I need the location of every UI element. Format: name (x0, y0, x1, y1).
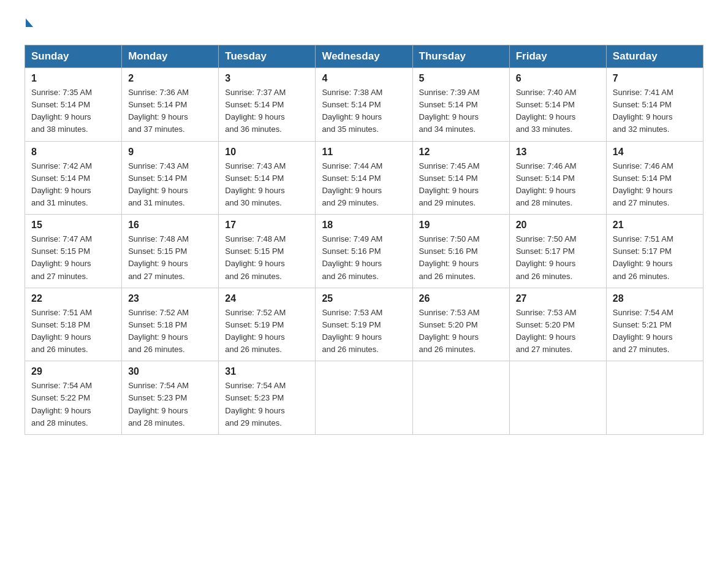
day-number: 4 (322, 73, 406, 84)
calendar-cell: 14Sunrise: 7:46 AMSunset: 5:14 PMDayligh… (606, 141, 703, 215)
day-number: 11 (322, 147, 406, 158)
calendar-cell: 5Sunrise: 7:39 AMSunset: 5:14 PMDaylight… (412, 68, 509, 142)
day-number: 30 (128, 366, 212, 377)
calendar-cell: 16Sunrise: 7:48 AMSunset: 5:15 PMDayligh… (122, 215, 219, 288)
calendar-cell: 29Sunrise: 7:54 AMSunset: 5:22 PMDayligh… (25, 361, 122, 435)
day-number: 14 (613, 147, 697, 158)
calendar-cell (509, 361, 606, 435)
day-info: Sunrise: 7:38 AMSunset: 5:14 PMDaylight:… (322, 86, 406, 136)
day-info: Sunrise: 7:45 AMSunset: 5:14 PMDaylight:… (419, 160, 503, 210)
calendar-cell: 3Sunrise: 7:37 AMSunset: 5:14 PMDaylight… (219, 68, 316, 142)
calendar-cell: 31Sunrise: 7:54 AMSunset: 5:23 PMDayligh… (219, 361, 316, 435)
day-info: Sunrise: 7:41 AMSunset: 5:14 PMDaylight:… (613, 86, 697, 136)
day-info: Sunrise: 7:54 AMSunset: 5:23 PMDaylight:… (225, 380, 309, 429)
calendar-cell: 6Sunrise: 7:40 AMSunset: 5:14 PMDaylight… (509, 68, 606, 142)
day-info: Sunrise: 7:35 AMSunset: 5:14 PMDaylight:… (31, 86, 115, 136)
calendar-header-row: SundayMondayTuesdayWednesdayThursdayFrid… (25, 45, 703, 68)
day-info: Sunrise: 7:43 AMSunset: 5:14 PMDaylight:… (225, 160, 309, 210)
day-number: 12 (419, 147, 503, 158)
day-info: Sunrise: 7:44 AMSunset: 5:14 PMDaylight:… (322, 160, 406, 210)
logo (25, 18, 33, 33)
calendar-cell: 27Sunrise: 7:53 AMSunset: 5:20 PMDayligh… (509, 288, 606, 361)
calendar-cell: 24Sunrise: 7:52 AMSunset: 5:19 PMDayligh… (219, 288, 316, 361)
calendar-week-row: 1Sunrise: 7:35 AMSunset: 5:14 PMDaylight… (25, 68, 703, 142)
day-info: Sunrise: 7:47 AMSunset: 5:15 PMDaylight:… (31, 233, 115, 283)
day-info: Sunrise: 7:40 AMSunset: 5:14 PMDaylight:… (516, 86, 600, 136)
page-header (25, 18, 703, 33)
day-info: Sunrise: 7:54 AMSunset: 5:22 PMDaylight:… (31, 380, 115, 429)
day-number: 9 (128, 147, 212, 158)
day-number: 19 (419, 220, 503, 231)
calendar-cell: 11Sunrise: 7:44 AMSunset: 5:14 PMDayligh… (316, 141, 412, 215)
calendar-cell: 18Sunrise: 7:49 AMSunset: 5:16 PMDayligh… (316, 215, 412, 288)
day-info: Sunrise: 7:48 AMSunset: 5:15 PMDaylight:… (128, 233, 212, 283)
day-number: 29 (31, 366, 115, 377)
day-number: 22 (31, 293, 115, 304)
day-number: 3 (225, 73, 309, 84)
calendar-header-saturday: Saturday (606, 45, 703, 68)
calendar-cell: 2Sunrise: 7:36 AMSunset: 5:14 PMDaylight… (122, 68, 219, 142)
calendar-week-row: 8Sunrise: 7:42 AMSunset: 5:14 PMDaylight… (25, 141, 703, 215)
day-number: 6 (516, 73, 600, 84)
day-info: Sunrise: 7:52 AMSunset: 5:19 PMDaylight:… (225, 307, 309, 356)
day-number: 26 (419, 293, 503, 304)
day-number: 2 (128, 73, 212, 84)
logo-arrow-icon (26, 18, 33, 27)
calendar-cell: 13Sunrise: 7:46 AMSunset: 5:14 PMDayligh… (509, 141, 606, 215)
calendar-cell: 30Sunrise: 7:54 AMSunset: 5:23 PMDayligh… (122, 361, 219, 435)
day-info: Sunrise: 7:36 AMSunset: 5:14 PMDaylight:… (128, 86, 212, 136)
day-info: Sunrise: 7:53 AMSunset: 5:19 PMDaylight:… (322, 307, 406, 356)
calendar-cell: 17Sunrise: 7:48 AMSunset: 5:15 PMDayligh… (219, 215, 316, 288)
calendar-cell: 8Sunrise: 7:42 AMSunset: 5:14 PMDaylight… (25, 141, 122, 215)
day-number: 7 (613, 73, 697, 84)
day-info: Sunrise: 7:39 AMSunset: 5:14 PMDaylight:… (419, 86, 503, 136)
calendar-cell (316, 361, 412, 435)
calendar-cell: 9Sunrise: 7:43 AMSunset: 5:14 PMDaylight… (122, 141, 219, 215)
day-info: Sunrise: 7:52 AMSunset: 5:18 PMDaylight:… (128, 307, 212, 356)
day-number: 20 (516, 220, 600, 231)
calendar-cell: 19Sunrise: 7:50 AMSunset: 5:16 PMDayligh… (412, 215, 509, 288)
day-number: 28 (613, 293, 697, 304)
day-info: Sunrise: 7:46 AMSunset: 5:14 PMDaylight:… (613, 160, 697, 210)
day-info: Sunrise: 7:51 AMSunset: 5:17 PMDaylight:… (613, 233, 697, 283)
calendar-header-tuesday: Tuesday (219, 45, 316, 68)
calendar-cell: 1Sunrise: 7:35 AMSunset: 5:14 PMDaylight… (25, 68, 122, 142)
day-info: Sunrise: 7:53 AMSunset: 5:20 PMDaylight:… (516, 307, 600, 356)
day-number: 31 (225, 366, 309, 377)
calendar-cell: 10Sunrise: 7:43 AMSunset: 5:14 PMDayligh… (219, 141, 316, 215)
calendar-header-thursday: Thursday (412, 45, 509, 68)
calendar-cell: 7Sunrise: 7:41 AMSunset: 5:14 PMDaylight… (606, 68, 703, 142)
calendar-cell: 23Sunrise: 7:52 AMSunset: 5:18 PMDayligh… (122, 288, 219, 361)
day-info: Sunrise: 7:37 AMSunset: 5:14 PMDaylight:… (225, 86, 309, 136)
day-number: 5 (419, 73, 503, 84)
calendar-cell: 26Sunrise: 7:53 AMSunset: 5:20 PMDayligh… (412, 288, 509, 361)
day-number: 15 (31, 220, 115, 231)
day-number: 17 (225, 220, 309, 231)
calendar-cell (606, 361, 703, 435)
calendar-week-row: 22Sunrise: 7:51 AMSunset: 5:18 PMDayligh… (25, 288, 703, 361)
day-number: 24 (225, 293, 309, 304)
day-number: 18 (322, 220, 406, 231)
day-number: 27 (516, 293, 600, 304)
calendar-cell: 22Sunrise: 7:51 AMSunset: 5:18 PMDayligh… (25, 288, 122, 361)
calendar-cell: 28Sunrise: 7:54 AMSunset: 5:21 PMDayligh… (606, 288, 703, 361)
calendar-week-row: 29Sunrise: 7:54 AMSunset: 5:22 PMDayligh… (25, 361, 703, 435)
day-info: Sunrise: 7:46 AMSunset: 5:14 PMDaylight:… (516, 160, 600, 210)
day-info: Sunrise: 7:43 AMSunset: 5:14 PMDaylight:… (128, 160, 212, 210)
calendar-cell: 4Sunrise: 7:38 AMSunset: 5:14 PMDaylight… (316, 68, 412, 142)
day-number: 1 (31, 73, 115, 84)
day-number: 25 (322, 293, 406, 304)
calendar-cell: 20Sunrise: 7:50 AMSunset: 5:17 PMDayligh… (509, 215, 606, 288)
calendar-cell (412, 361, 509, 435)
day-number: 13 (516, 147, 600, 158)
calendar-table: SundayMondayTuesdayWednesdayThursdayFrid… (25, 45, 703, 435)
day-info: Sunrise: 7:48 AMSunset: 5:15 PMDaylight:… (225, 233, 309, 283)
calendar-week-row: 15Sunrise: 7:47 AMSunset: 5:15 PMDayligh… (25, 215, 703, 288)
day-number: 10 (225, 147, 309, 158)
day-info: Sunrise: 7:51 AMSunset: 5:18 PMDaylight:… (31, 307, 115, 356)
day-info: Sunrise: 7:54 AMSunset: 5:23 PMDaylight:… (128, 380, 212, 429)
day-info: Sunrise: 7:50 AMSunset: 5:16 PMDaylight:… (419, 233, 503, 283)
day-number: 23 (128, 293, 212, 304)
calendar-header-friday: Friday (509, 45, 606, 68)
day-info: Sunrise: 7:49 AMSunset: 5:16 PMDaylight:… (322, 233, 406, 283)
